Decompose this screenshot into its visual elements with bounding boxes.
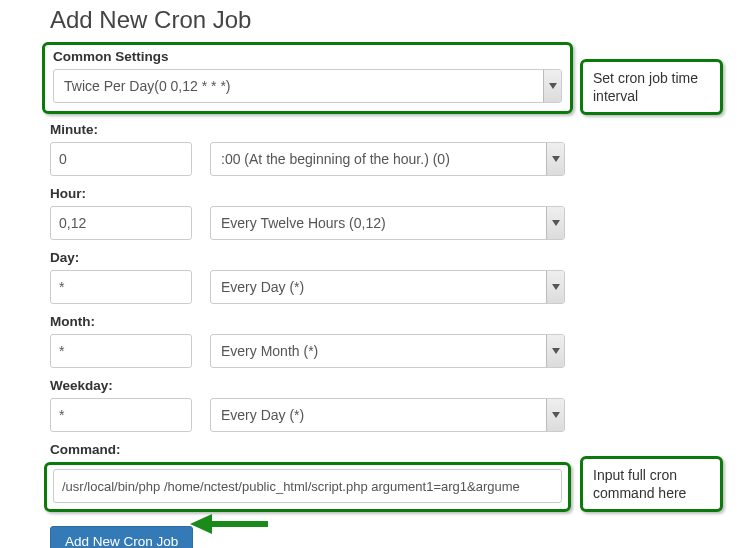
common-settings-label: Common Settings bbox=[53, 49, 562, 64]
command-row: Command: bbox=[50, 442, 565, 512]
minute-input[interactable] bbox=[50, 142, 192, 176]
hour-desc-value: Every Twelve Hours (0,12) bbox=[210, 206, 565, 240]
weekday-label: Weekday: bbox=[50, 378, 565, 393]
chevron-down-icon[interactable] bbox=[546, 143, 564, 175]
command-label: Command: bbox=[50, 442, 565, 457]
command-highlight bbox=[44, 462, 571, 512]
day-desc-value: Every Day (*) bbox=[210, 270, 565, 304]
common-settings-highlight: Common Settings Twice Per Day(0 0,12 * *… bbox=[42, 42, 573, 114]
month-row: Month: Every Month (*) bbox=[50, 314, 565, 368]
hour-desc-select[interactable]: Every Twelve Hours (0,12) bbox=[210, 206, 565, 240]
common-settings-value: Twice Per Day(0 0,12 * * *) bbox=[53, 69, 562, 103]
minute-row: Minute: :00 (At the beginning of the hou… bbox=[50, 122, 565, 176]
chevron-down-icon[interactable] bbox=[543, 70, 561, 102]
month-input[interactable] bbox=[50, 334, 192, 368]
chevron-down-icon[interactable] bbox=[546, 335, 564, 367]
month-label: Month: bbox=[50, 314, 565, 329]
minute-desc-value: :00 (At the beginning of the hour.) (0) bbox=[210, 142, 565, 176]
chevron-down-icon[interactable] bbox=[546, 207, 564, 239]
command-input[interactable] bbox=[53, 469, 562, 503]
weekday-desc-value: Every Day (*) bbox=[210, 398, 565, 432]
chevron-down-icon[interactable] bbox=[546, 271, 564, 303]
common-settings-select[interactable]: Twice Per Day(0 0,12 * * *) bbox=[53, 69, 562, 103]
minute-label: Minute: bbox=[50, 122, 565, 137]
day-desc-select[interactable]: Every Day (*) bbox=[210, 270, 565, 304]
minute-desc-select[interactable]: :00 (At the beginning of the hour.) (0) bbox=[210, 142, 565, 176]
svg-marker-1 bbox=[190, 514, 212, 534]
day-row: Day: Every Day (*) bbox=[50, 250, 565, 304]
weekday-input[interactable] bbox=[50, 398, 192, 432]
month-desc-value: Every Month (*) bbox=[210, 334, 565, 368]
day-input[interactable] bbox=[50, 270, 192, 304]
chevron-down-icon[interactable] bbox=[546, 399, 564, 431]
hour-input[interactable] bbox=[50, 206, 192, 240]
hour-label: Hour: bbox=[50, 186, 565, 201]
callout-interval: Set cron job time interval bbox=[580, 59, 723, 115]
month-desc-select[interactable]: Every Month (*) bbox=[210, 334, 565, 368]
page-title: Add New Cron Job bbox=[50, 6, 565, 34]
day-label: Day: bbox=[50, 250, 565, 265]
hour-row: Hour: Every Twelve Hours (0,12) bbox=[50, 186, 565, 240]
add-cron-job-button[interactable]: Add New Cron Job bbox=[50, 526, 193, 548]
weekday-desc-select[interactable]: Every Day (*) bbox=[210, 398, 565, 432]
weekday-row: Weekday: Every Day (*) bbox=[50, 378, 565, 432]
callout-command: Input full cron command here bbox=[580, 456, 723, 512]
arrow-icon bbox=[190, 512, 270, 536]
